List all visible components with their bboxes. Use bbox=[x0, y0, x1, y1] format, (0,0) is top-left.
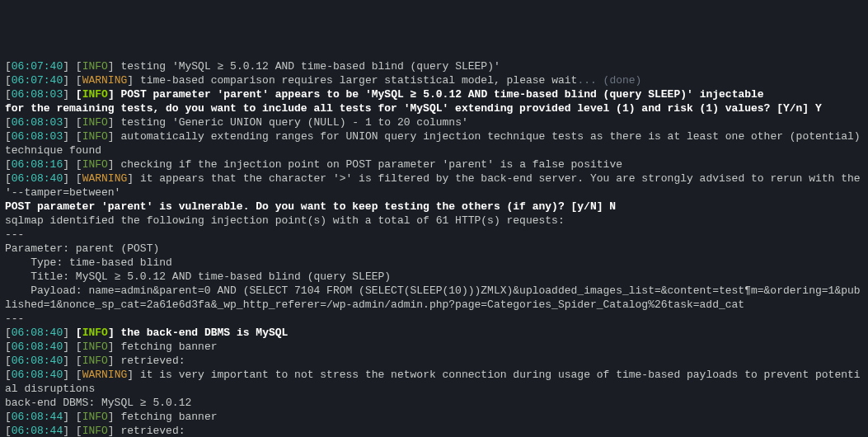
terminal-line: [06:07:40] [WARNING] time-based comparis… bbox=[5, 73, 863, 87]
log-level: INFO bbox=[82, 88, 108, 101]
timestamp: 06:08:03 bbox=[12, 116, 63, 129]
output-text: Payload: name=admin&parent=0 AND (SELECT… bbox=[5, 284, 861, 311]
log-message: it is very important to not stress the n… bbox=[5, 369, 861, 395]
terminal-line: [06:08:16] [INFO] checking if the inject… bbox=[5, 157, 863, 172]
log-level: WARNING bbox=[82, 74, 128, 87]
terminal-line: Type: time-based blind bbox=[5, 256, 863, 270]
timestamp: 06:07:40 bbox=[12, 60, 63, 73]
output-text: Parameter: parent (POST) bbox=[5, 242, 159, 255]
terminal-line: [06:08:40] [INFO] the back-end DBMS is M… bbox=[5, 326, 863, 340]
timestamp: 06:08:40 bbox=[12, 327, 63, 339]
log-message: automatically extending ranges for UNION… bbox=[5, 130, 866, 157]
output-text: --- bbox=[5, 312, 24, 325]
timestamp: 06:08:03 bbox=[12, 130, 63, 143]
terminal-line: [06:07:40] [INFO] testing 'MySQL ≥ 5.0.1… bbox=[5, 59, 863, 73]
terminal-line: for the remaining tests, do you want to … bbox=[5, 101, 863, 115]
terminal-line: [06:08:03] [INFO] testing 'Generic UNION… bbox=[5, 115, 863, 129]
terminal-line: [06:08:44] [INFO] retrieved: bbox=[5, 424, 863, 437]
timestamp: 06:07:40 bbox=[12, 74, 63, 87]
terminal-line: back-end DBMS: MySQL ≥ 5.0.12 bbox=[5, 396, 863, 410]
output-text: Title: MySQL ≥ 5.0.12 AND time-based bli… bbox=[5, 270, 391, 283]
log-message: fetching banner bbox=[120, 341, 217, 353]
timestamp: 06:08:44 bbox=[12, 411, 63, 423]
log-level: INFO bbox=[82, 425, 108, 437]
terminal-line: POST parameter 'parent' is vulnerable. D… bbox=[5, 200, 863, 214]
timestamp: 06:08:16 bbox=[12, 158, 63, 171]
terminal-line: Title: MySQL ≥ 5.0.12 AND time-based bli… bbox=[5, 270, 863, 284]
log-level: INFO bbox=[82, 158, 108, 171]
output-text: sqlmap identified the following injectio… bbox=[5, 214, 565, 227]
terminal-line: [06:08:40] [WARNING] it is very importan… bbox=[5, 368, 863, 396]
log-message: time-based comparison requires larger st… bbox=[140, 74, 578, 87]
log-level: INFO bbox=[82, 327, 108, 339]
terminal-line: Parameter: parent (POST) bbox=[5, 242, 863, 256]
terminal-line: [06:08:03] [INFO] POST parameter 'parent… bbox=[5, 87, 863, 101]
log-level: INFO bbox=[82, 355, 108, 367]
timestamp: 06:08:40 bbox=[12, 369, 63, 381]
terminal-line: sqlmap identified the following injectio… bbox=[5, 214, 863, 228]
terminal-line: --- bbox=[5, 228, 863, 242]
timestamp: 06:08:40 bbox=[12, 172, 63, 185]
terminal-line: [06:08:40] [WARNING] it appears that the… bbox=[5, 172, 863, 200]
timestamp: 06:08:40 bbox=[12, 341, 63, 353]
log-level: WARNING bbox=[82, 172, 128, 185]
timestamp: 06:08:40 bbox=[12, 355, 63, 367]
log-message: the back-end DBMS is MySQL bbox=[121, 327, 289, 339]
terminal-output: [06:07:40] [INFO] testing 'MySQL ≥ 5.0.1… bbox=[5, 59, 863, 437]
log-message: testing 'Generic UNION query (NULL) - 1 … bbox=[120, 116, 467, 129]
log-level: INFO bbox=[82, 116, 108, 129]
prompt-text: POST parameter 'parent' is vulnerable. D… bbox=[5, 200, 616, 213]
log-level: INFO bbox=[82, 130, 108, 143]
terminal-line: [06:08:40] [INFO] retrieved: bbox=[5, 354, 863, 368]
log-level: INFO bbox=[82, 341, 108, 353]
output-text: --- bbox=[5, 228, 24, 241]
terminal-line: --- bbox=[5, 312, 863, 326]
log-level: WARNING bbox=[82, 369, 128, 381]
log-level: INFO bbox=[82, 411, 108, 423]
output-text: Type: time-based blind bbox=[5, 256, 172, 269]
timestamp: 06:08:44 bbox=[12, 425, 63, 437]
log-message: fetching banner bbox=[120, 411, 217, 423]
prompt-text: for the remaining tests, do you want to … bbox=[5, 102, 822, 115]
log-message: POST parameter 'parent' appears to be 'M… bbox=[121, 88, 764, 101]
terminal-line: [06:08:40] [INFO] fetching banner bbox=[5, 340, 863, 354]
log-message: testing 'MySQL ≥ 5.0.12 AND time-based b… bbox=[120, 60, 500, 73]
log-message: it appears that the character '>' is fil… bbox=[5, 172, 866, 199]
terminal-line: Payload: name=admin&parent=0 AND (SELECT… bbox=[5, 284, 863, 312]
log-message: retrieved: bbox=[120, 355, 185, 367]
log-level: INFO bbox=[82, 60, 108, 73]
output-text: back-end DBMS: MySQL ≥ 5.0.12 bbox=[5, 397, 191, 409]
terminal-line: [06:08:03] [INFO] automatically extendin… bbox=[5, 129, 863, 157]
timestamp: 06:08:03 bbox=[12, 88, 63, 101]
log-message: retrieved: bbox=[120, 425, 185, 437]
terminal-line: [06:08:44] [INFO] fetching banner bbox=[5, 410, 863, 424]
log-message: checking if the injection point on POST … bbox=[120, 158, 622, 171]
